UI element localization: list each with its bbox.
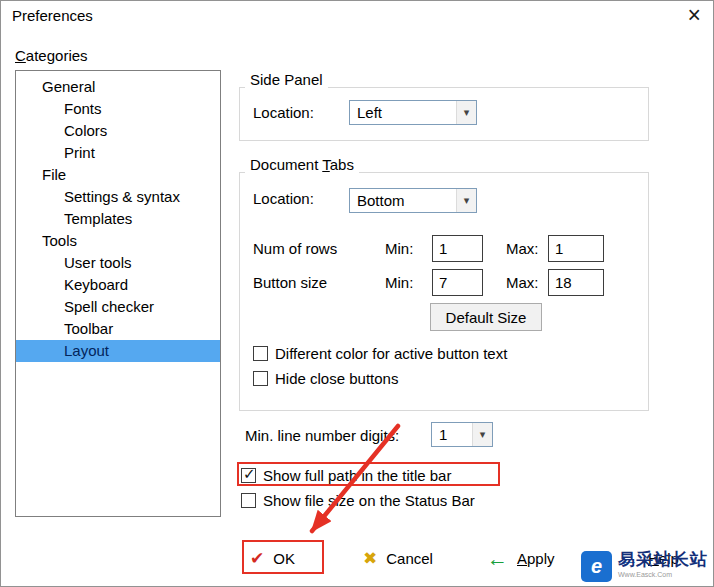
document-tabs-group-label: Document Tabs bbox=[245, 156, 359, 173]
category-item-settings-syntax[interactable]: Settings & syntax bbox=[16, 186, 220, 208]
num-rows-max-input[interactable] bbox=[548, 235, 604, 262]
close-icon[interactable]: × bbox=[688, 2, 701, 28]
num-rows-min-label: Min: bbox=[385, 240, 413, 257]
show-file-size-checkbox-label: Show file size on the Status Bar bbox=[263, 492, 475, 509]
checkbox-box bbox=[253, 346, 268, 361]
show-full-path-checkbox[interactable]: ✓ Show full path in the title bar bbox=[241, 466, 451, 484]
ok-check-icon: ✔ bbox=[250, 550, 264, 567]
hide-close-buttons-checkbox-label: Hide close buttons bbox=[275, 370, 398, 387]
num-rows-label: Num of rows bbox=[253, 240, 337, 257]
watermark: e 易采站长站 Www.Easck.Com bbox=[581, 549, 708, 582]
cancel-button[interactable]: ✖ Cancel bbox=[363, 545, 433, 572]
apply-button-label: Apply bbox=[517, 550, 555, 567]
button-size-max-input[interactable] bbox=[548, 269, 604, 296]
tabs-location-select[interactable]: Bottom ▾ bbox=[349, 188, 477, 213]
side-panel-group-label: Side Panel bbox=[245, 71, 328, 88]
category-item-colors[interactable]: Colors bbox=[16, 120, 220, 142]
ok-button[interactable]: ✔ OK bbox=[250, 545, 295, 572]
check-icon: ✓ bbox=[243, 465, 256, 483]
cancel-button-label: Cancel bbox=[386, 550, 433, 567]
button-size-min-label: Min: bbox=[385, 274, 413, 291]
button-size-max-label: Max: bbox=[506, 274, 539, 291]
category-item-general[interactable]: General bbox=[16, 76, 220, 98]
side-panel-location-select[interactable]: Left ▾ bbox=[349, 100, 477, 125]
min-line-digits-select[interactable]: 1 ▾ bbox=[431, 422, 493, 447]
categories-label: Categories bbox=[15, 47, 88, 64]
category-item-toolbar[interactable]: Toolbar bbox=[16, 318, 220, 340]
category-item-keyboard[interactable]: Keyboard bbox=[16, 274, 220, 296]
different-color-checkbox-label: Different color for active button text bbox=[275, 345, 507, 362]
different-color-checkbox[interactable]: Different color for active button text bbox=[253, 344, 507, 362]
preferences-dialog: Preferences × Categories General Fonts C… bbox=[0, 0, 714, 587]
category-item-layout[interactable]: Layout bbox=[16, 340, 220, 362]
apply-arrow-icon: ← bbox=[487, 548, 508, 569]
watermark-text: 易采站长站 bbox=[618, 549, 708, 570]
chevron-down-icon: ▾ bbox=[456, 101, 476, 124]
checkbox-box bbox=[253, 371, 268, 386]
button-size-min-input[interactable] bbox=[432, 269, 483, 296]
watermark-subtext: Www.Easck.Com bbox=[618, 570, 708, 579]
show-full-path-checkbox-label: Show full path in the title bar bbox=[263, 467, 451, 484]
title-bar: Preferences × bbox=[1, 1, 713, 31]
checkbox-box-checked: ✓ bbox=[241, 468, 256, 483]
side-panel-location-value: Left bbox=[350, 104, 456, 121]
num-rows-min-input[interactable] bbox=[432, 235, 483, 262]
tabs-location-label: Location: bbox=[253, 190, 314, 207]
num-rows-max-label: Max: bbox=[506, 240, 539, 257]
category-item-tools[interactable]: Tools bbox=[16, 230, 220, 252]
side-panel-location-label: Location: bbox=[253, 104, 314, 121]
checkbox-box bbox=[241, 493, 256, 508]
category-item-spell-checker[interactable]: Spell checker bbox=[16, 296, 220, 318]
category-item-file[interactable]: File bbox=[16, 164, 220, 186]
tabs-location-value: Bottom bbox=[350, 192, 456, 209]
apply-button[interactable]: ← Apply bbox=[487, 545, 555, 572]
category-item-templates[interactable]: Templates bbox=[16, 208, 220, 230]
window-title: Preferences bbox=[12, 7, 93, 24]
cancel-x-icon: ✖ bbox=[363, 550, 377, 567]
category-item-fonts[interactable]: Fonts bbox=[16, 98, 220, 120]
default-size-button[interactable]: Default Size bbox=[430, 303, 542, 331]
min-line-digits-value: 1 bbox=[432, 426, 472, 443]
min-line-digits-label: Min. line number digits: bbox=[245, 427, 399, 444]
category-item-print[interactable]: Print bbox=[16, 142, 220, 164]
chevron-down-icon: ▾ bbox=[472, 423, 492, 446]
category-item-user-tools[interactable]: User tools bbox=[16, 252, 220, 274]
hide-close-buttons-checkbox[interactable]: Hide close buttons bbox=[253, 369, 398, 387]
easck-logo-icon: e bbox=[581, 551, 612, 582]
show-file-size-checkbox[interactable]: Show file size on the Status Bar bbox=[241, 491, 475, 509]
button-size-label: Button size bbox=[253, 274, 327, 291]
chevron-down-icon: ▾ bbox=[456, 189, 476, 212]
ok-button-label: OK bbox=[273, 550, 295, 567]
categories-list: General Fonts Colors Print File Settings… bbox=[15, 70, 221, 517]
